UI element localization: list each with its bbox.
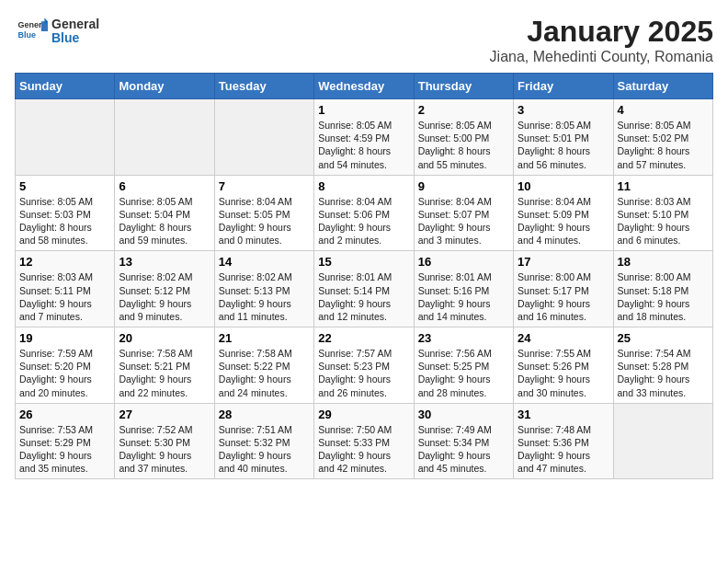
calendar-cell: 14Sunrise: 8:02 AM Sunset: 5:13 PM Dayli… [214, 251, 313, 327]
weekday-friday: Friday [514, 74, 613, 99]
calendar-cell [16, 99, 115, 176]
calendar-week-5: 26Sunrise: 7:53 AM Sunset: 5:29 PM Dayli… [16, 403, 713, 479]
calendar-cell: 21Sunrise: 7:58 AM Sunset: 5:22 PM Dayli… [214, 327, 313, 404]
calendar-cell: 26Sunrise: 7:53 AM Sunset: 5:29 PM Dayli… [16, 403, 115, 479]
day-number: 17 [518, 255, 609, 269]
calendar-cell: 10Sunrise: 8:04 AM Sunset: 5:09 PM Dayli… [514, 175, 613, 251]
calendar-cell: 28Sunrise: 7:51 AM Sunset: 5:32 PM Dayli… [214, 403, 313, 479]
day-info: Sunrise: 8:05 AM Sunset: 5:04 PM Dayligh… [119, 195, 210, 247]
day-info: Sunrise: 8:01 AM Sunset: 5:14 PM Dayligh… [318, 270, 409, 323]
day-number: 22 [318, 331, 409, 345]
day-number: 4 [618, 103, 709, 117]
calendar-cell: 11Sunrise: 8:03 AM Sunset: 5:10 PM Dayli… [613, 175, 712, 251]
calendar-cell: 4Sunrise: 8:05 AM Sunset: 5:02 PM Daylig… [613, 99, 712, 176]
day-number: 24 [518, 331, 609, 345]
day-number: 26 [19, 408, 110, 421]
weekday-saturday: Saturday [613, 74, 712, 99]
day-number: 29 [318, 408, 409, 421]
day-info: Sunrise: 8:05 AM Sunset: 5:01 PM Dayligh… [518, 119, 609, 171]
day-info: Sunrise: 7:50 AM Sunset: 5:33 PM Dayligh… [318, 423, 409, 476]
day-number: 19 [19, 331, 110, 345]
calendar-title: January 2025 [490, 15, 713, 49]
day-info: Sunrise: 8:03 AM Sunset: 5:11 PM Dayligh… [19, 270, 110, 323]
logo-general: General [51, 17, 99, 31]
weekday-wednesday: Wednesday [314, 74, 414, 99]
day-info: Sunrise: 7:53 AM Sunset: 5:29 PM Dayligh… [19, 423, 110, 476]
day-number: 16 [418, 255, 509, 269]
calendar-week-1: 1Sunrise: 8:05 AM Sunset: 4:59 PM Daylig… [16, 99, 713, 176]
page-header: General Blue General Blue January 2025 J… [15, 15, 713, 65]
weekday-thursday: Thursday [414, 74, 513, 99]
calendar-cell: 31Sunrise: 7:48 AM Sunset: 5:36 PM Dayli… [514, 403, 613, 479]
day-number: 1 [318, 103, 409, 117]
day-info: Sunrise: 8:05 AM Sunset: 5:03 PM Dayligh… [19, 195, 110, 247]
calendar-cell: 15Sunrise: 8:01 AM Sunset: 5:14 PM Dayli… [314, 251, 414, 327]
day-number: 13 [119, 255, 210, 269]
day-info: Sunrise: 8:04 AM Sunset: 5:09 PM Dayligh… [518, 195, 609, 247]
calendar-cell: 16Sunrise: 8:01 AM Sunset: 5:16 PM Dayli… [414, 251, 513, 327]
day-number: 28 [219, 408, 310, 421]
calendar-cell [115, 99, 214, 176]
day-info: Sunrise: 7:55 AM Sunset: 5:26 PM Dayligh… [518, 347, 609, 399]
calendar-week-3: 12Sunrise: 8:03 AM Sunset: 5:11 PM Dayli… [16, 251, 713, 327]
day-info: Sunrise: 8:00 AM Sunset: 5:17 PM Dayligh… [518, 270, 609, 323]
day-info: Sunrise: 8:04 AM Sunset: 5:07 PM Dayligh… [418, 195, 509, 247]
day-number: 6 [119, 179, 210, 193]
calendar-subtitle: Jiana, Mehedinti County, Romania [490, 49, 713, 65]
day-number: 10 [518, 179, 609, 193]
weekday-tuesday: Tuesday [214, 74, 313, 99]
calendar-cell: 24Sunrise: 7:55 AM Sunset: 5:26 PM Dayli… [514, 327, 613, 404]
day-info: Sunrise: 7:58 AM Sunset: 5:21 PM Dayligh… [119, 347, 210, 399]
calendar-cell: 12Sunrise: 8:03 AM Sunset: 5:11 PM Dayli… [16, 251, 115, 327]
calendar-cell [214, 99, 313, 176]
calendar-cell: 17Sunrise: 8:00 AM Sunset: 5:17 PM Dayli… [514, 251, 613, 327]
day-number: 20 [119, 331, 210, 345]
calendar-cell: 2Sunrise: 8:05 AM Sunset: 5:00 PM Daylig… [414, 99, 513, 176]
day-info: Sunrise: 7:54 AM Sunset: 5:28 PM Dayligh… [618, 347, 709, 399]
day-number: 27 [119, 408, 210, 421]
day-info: Sunrise: 7:59 AM Sunset: 5:20 PM Dayligh… [19, 347, 110, 399]
day-number: 15 [318, 255, 409, 269]
calendar-cell [613, 403, 712, 479]
logo-icon: General Blue [15, 15, 48, 48]
day-info: Sunrise: 8:05 AM Sunset: 4:59 PM Dayligh… [318, 119, 409, 171]
day-info: Sunrise: 8:04 AM Sunset: 5:06 PM Dayligh… [318, 195, 409, 247]
calendar-cell: 30Sunrise: 7:49 AM Sunset: 5:34 PM Dayli… [414, 403, 513, 479]
weekday-monday: Monday [115, 74, 214, 99]
day-number: 21 [219, 331, 310, 345]
day-number: 8 [318, 179, 409, 193]
day-info: Sunrise: 8:02 AM Sunset: 5:12 PM Dayligh… [119, 270, 210, 323]
weekday-header-row: SundayMondayTuesdayWednesdayThursdayFrid… [16, 74, 713, 99]
day-info: Sunrise: 8:04 AM Sunset: 5:05 PM Dayligh… [219, 195, 310, 247]
day-info: Sunrise: 7:52 AM Sunset: 5:30 PM Dayligh… [119, 423, 210, 476]
calendar-cell: 3Sunrise: 8:05 AM Sunset: 5:01 PM Daylig… [514, 99, 613, 176]
day-number: 23 [418, 331, 509, 345]
weekday-sunday: Sunday [16, 74, 115, 99]
calendar-cell: 27Sunrise: 7:52 AM Sunset: 5:30 PM Dayli… [115, 403, 214, 479]
day-info: Sunrise: 8:05 AM Sunset: 5:00 PM Dayligh… [418, 119, 509, 171]
day-number: 30 [418, 408, 509, 421]
day-info: Sunrise: 8:01 AM Sunset: 5:16 PM Dayligh… [418, 270, 509, 323]
day-number: 5 [19, 179, 110, 193]
day-info: Sunrise: 8:03 AM Sunset: 5:10 PM Dayligh… [618, 195, 709, 247]
logo-blue: Blue [51, 30, 79, 45]
calendar-cell: 1Sunrise: 8:05 AM Sunset: 4:59 PM Daylig… [314, 99, 414, 176]
day-number: 25 [618, 331, 709, 345]
day-number: 7 [219, 179, 310, 193]
calendar-cell: 22Sunrise: 7:57 AM Sunset: 5:23 PM Dayli… [314, 327, 414, 404]
day-info: Sunrise: 8:02 AM Sunset: 5:13 PM Dayligh… [219, 270, 310, 323]
day-number: 12 [19, 255, 110, 269]
calendar-cell: 19Sunrise: 7:59 AM Sunset: 5:20 PM Dayli… [16, 327, 115, 404]
day-info: Sunrise: 7:48 AM Sunset: 5:36 PM Dayligh… [518, 423, 609, 476]
day-info: Sunrise: 7:51 AM Sunset: 5:32 PM Dayligh… [219, 423, 310, 476]
calendar-week-4: 19Sunrise: 7:59 AM Sunset: 5:20 PM Dayli… [16, 327, 713, 404]
calendar-cell: 25Sunrise: 7:54 AM Sunset: 5:28 PM Dayli… [613, 327, 712, 404]
day-number: 14 [219, 255, 310, 269]
calendar-table: SundayMondayTuesdayWednesdayThursdayFrid… [15, 73, 713, 479]
calendar-cell: 20Sunrise: 7:58 AM Sunset: 5:21 PM Dayli… [115, 327, 214, 404]
day-info: Sunrise: 8:00 AM Sunset: 5:18 PM Dayligh… [618, 270, 709, 323]
day-number: 11 [618, 179, 709, 193]
logo: General Blue General Blue [15, 15, 99, 48]
day-number: 18 [618, 255, 709, 269]
title-area: January 2025 Jiana, Mehedinti County, Ro… [490, 15, 713, 65]
